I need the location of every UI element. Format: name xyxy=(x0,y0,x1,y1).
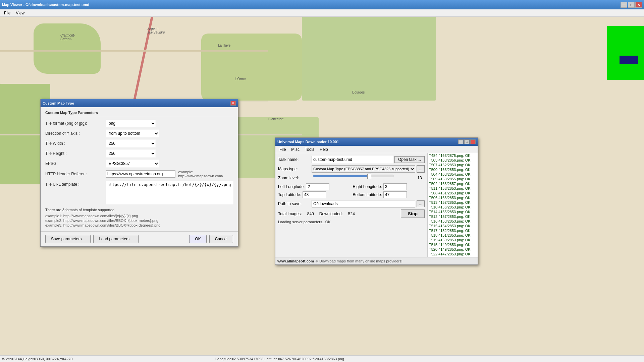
list-item: T517 4152/2853.png: OK xyxy=(428,228,478,233)
tile-width-label: Tile Width : xyxy=(45,141,106,146)
umd-close-button[interactable] xyxy=(470,139,476,144)
cancel-button[interactable]: Cancel xyxy=(209,235,233,243)
zoom-level-row: Zoom level: · · · · · · · · · · · · · · … xyxy=(278,175,425,181)
list-item: T515 4154/2853.png: OK xyxy=(428,224,478,228)
list-item: T512 4157/2853.png: OK xyxy=(428,214,478,219)
tile-height-row: Tile Height : 256 512 xyxy=(45,150,233,157)
task-name-input[interactable] xyxy=(312,156,393,163)
map-label-4: L'Orme xyxy=(235,77,246,81)
list-item: T511 4158/2853.png: OK xyxy=(428,186,478,191)
umd-dialog: Universal Maps Downloader 10.001 — □ Fil… xyxy=(275,137,478,265)
map-label-6: Blancafort xyxy=(268,117,283,121)
tile-format-row: Tile format (png or jpg): png jpg xyxy=(45,120,233,127)
umd-maximize-button[interactable]: □ xyxy=(464,139,470,144)
green-overlay xyxy=(607,26,644,80)
umd-titlebar: Universal Maps Downloader 10.001 — □ xyxy=(275,138,478,146)
custom-map-titlebar: Custom Map Type ✕ xyxy=(41,99,238,107)
path-browse-button[interactable]: ... xyxy=(417,200,425,207)
bottom-latitude-input[interactable] xyxy=(383,191,407,198)
umd-menu-misc[interactable]: Misc xyxy=(288,146,302,153)
status-left: Width=6144,Height=8960, X=3224,Y=4270 xyxy=(2,357,215,361)
menu-file[interactable]: File xyxy=(1,10,13,16)
app-close-button[interactable]: ✕ xyxy=(635,2,642,8)
left-longitude-input[interactable] xyxy=(306,183,329,190)
footer-left: Save parameters... Load parameters... xyxy=(45,235,139,243)
open-task-button[interactable]: Open task ... xyxy=(394,156,425,163)
top-latitude-input[interactable] xyxy=(303,191,326,198)
tile-url-label: Tile URL template : xyxy=(45,181,106,187)
maps-type-label: Maps type: xyxy=(278,167,312,171)
stop-button[interactable]: Stop xyxy=(401,209,425,218)
epsg-control: EPSG:3857 EPSG:4326 xyxy=(106,160,233,167)
menu-view[interactable]: View xyxy=(13,10,27,16)
app-maximize-button[interactable]: □ xyxy=(628,2,635,8)
zoom-dots: · · · · · · · · · · · · · · · · · · · · … xyxy=(313,178,413,181)
http-referer-input[interactable] xyxy=(106,170,175,178)
ok-button[interactable]: OK xyxy=(189,235,206,243)
path-to-save-input[interactable] xyxy=(312,200,415,207)
umd-footer: www.allmapsoft.com ◆ Download maps from … xyxy=(275,257,478,264)
map-area-1 xyxy=(34,23,101,74)
list-item: T510 4156/2853.png: OK xyxy=(428,205,478,209)
y-direction-select[interactable]: from up to bottom from bottom to up xyxy=(106,130,159,137)
save-parameters-button[interactable]: Save parameters... xyxy=(45,235,91,243)
total-images-label: Total images: xyxy=(278,212,302,216)
y-direction-row: Direction of Y axis : from up to bottom … xyxy=(45,130,233,137)
map-area-2 xyxy=(201,34,302,101)
tile-format-control: png jpg xyxy=(106,120,233,127)
zoom-thumb[interactable] xyxy=(367,174,371,179)
tile-width-control: 256 512 xyxy=(106,140,233,147)
right-longitude-label: Right Longitude: xyxy=(353,184,382,189)
zoom-level-label: Zoom level: xyxy=(278,176,312,180)
tile-url-textarea[interactable]: https://tile-c.openstreetmap.fr/hot/{z}/… xyxy=(106,181,233,204)
umd-menu-file[interactable]: File xyxy=(277,146,288,153)
template-example-1: example1: http://www.mapsdown.com/tiles/… xyxy=(45,214,233,218)
template-info: There are 3 formats of template supporte… xyxy=(45,208,233,212)
epsg-row: EPSG: EPSG:3857 EPSG:4326 xyxy=(45,160,233,167)
map-road-1 xyxy=(0,50,268,52)
tile-width-select[interactable]: 256 512 xyxy=(106,140,156,147)
umd-list-panel[interactable]: T484 4163/2875.png: OKT503 4163/2856.png… xyxy=(427,153,478,257)
custom-map-dialog: Custom Map Type ✕ Custom Map Type Parame… xyxy=(40,99,238,247)
zoom-track[interactable] xyxy=(313,175,393,177)
tile-width-row: Tile Width : 256 512 xyxy=(45,140,233,147)
zoom-tick-marks: · · · · · · · · · · · · · · · · · · · · … xyxy=(313,178,389,181)
umd-footer-text: Download maps from many online maps prov… xyxy=(319,259,402,263)
dialog-section-title: Custom Map Type Parameters xyxy=(45,111,233,116)
umd-menu-help[interactable]: Help xyxy=(317,146,331,153)
task-name-label: Task name: xyxy=(278,157,312,162)
app-menubar: File View xyxy=(0,9,644,17)
app-title: Map Viewer - C:\downloads\custom-map-tes… xyxy=(2,3,89,7)
template-example-2: example2: http://www.mapsdown.com/tiles/… xyxy=(45,219,233,223)
maps-type-row: Maps type: Custom Map Type (EPSG3857 and… xyxy=(278,165,425,173)
custom-map-body: Custom Map Type Parameters Tile format (… xyxy=(41,107,238,231)
zoom-slider-container: · · · · · · · · · · · · · · · · · · · · … xyxy=(313,175,413,181)
tile-format-select[interactable]: png jpg xyxy=(106,120,156,127)
app-minimize-button[interactable]: — xyxy=(621,2,627,8)
umd-minimize-button[interactable]: — xyxy=(458,139,464,144)
app-statusbar: Width=6144,Height=8960, X=3224,Y=4270 Lo… xyxy=(0,355,644,362)
zoom-value: 13 xyxy=(415,176,425,180)
list-item: T508 4161/2853.png: OK xyxy=(428,191,478,195)
custom-map-close-button[interactable]: ✕ xyxy=(230,101,236,106)
list-item: T516 4153/2853.png: OK xyxy=(428,219,478,224)
dialog-footer: Save parameters... Load parameters... OK… xyxy=(41,231,238,246)
epsg-select[interactable]: EPSG:3857 EPSG:4326 xyxy=(106,160,159,167)
custom-map-title: Custom Map Type xyxy=(43,101,74,105)
load-parameters-button[interactable]: Load parameters... xyxy=(93,235,139,243)
list-item: T514 4155/2853.png: OK xyxy=(428,209,478,214)
tile-height-select[interactable]: 256 512 xyxy=(106,150,156,157)
maps-type-dots-button[interactable]: ... xyxy=(417,165,425,173)
right-longitude-input[interactable] xyxy=(383,183,407,190)
y-direction-label: Direction of Y axis : xyxy=(45,131,106,136)
tile-url-row: Tile URL template : https://tile-c.opens… xyxy=(45,181,233,205)
footer-right: OK Cancel xyxy=(189,235,233,243)
umd-footer-logo: www.allmapsoft.com xyxy=(277,259,314,263)
umd-menu-tools[interactable]: Tools xyxy=(302,146,317,153)
list-item: T484 4163/2875.png: OK xyxy=(428,153,478,158)
maps-type-select[interactable]: Custom Map Type (EPSG3857 and EPSG4326 s… xyxy=(312,165,415,173)
path-to-save-row: Path to save: ... xyxy=(278,200,425,207)
list-item: T522 4147/2853.png: OK xyxy=(428,252,478,256)
list-item: T518 4151/2853.png: OK xyxy=(428,233,478,238)
http-referer-row: HTTP Header Referer : example: http://ww… xyxy=(45,170,233,178)
